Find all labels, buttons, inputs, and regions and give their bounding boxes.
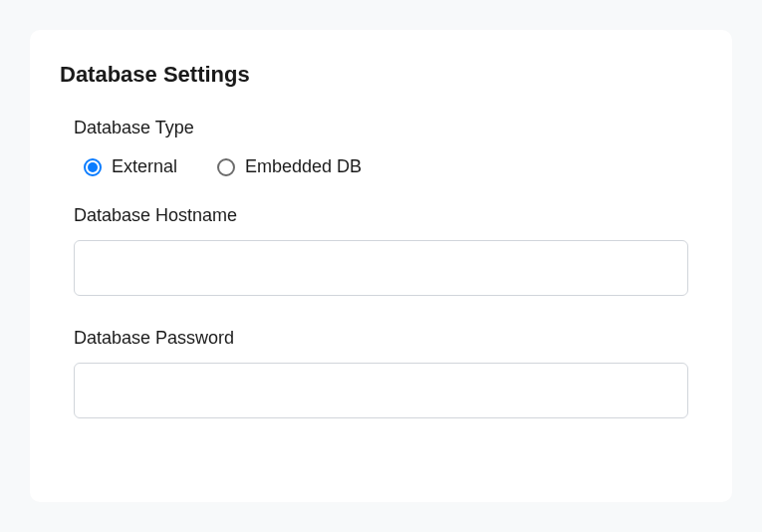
radio-icon xyxy=(84,158,102,176)
settings-card: Database Settings Database Type External… xyxy=(30,30,732,502)
radio-embedded[interactable]: Embedded DB xyxy=(217,156,362,177)
database-type-label: Database Type xyxy=(74,118,688,138)
radio-external[interactable]: External xyxy=(84,156,177,177)
radio-icon xyxy=(217,158,235,176)
database-type-radio-group: External Embedded DB xyxy=(74,156,688,177)
hostname-label: Database Hostname xyxy=(74,205,688,226)
hostname-field-group: Database Hostname xyxy=(74,205,688,324)
password-label: Database Password xyxy=(74,328,688,349)
password-input[interactable] xyxy=(74,363,688,418)
radio-external-label: External xyxy=(112,156,177,177)
radio-embedded-label: Embedded DB xyxy=(245,156,362,177)
radio-dot-icon xyxy=(88,162,98,172)
card-title: Database Settings xyxy=(60,62,708,88)
password-field-group: Database Password xyxy=(74,328,688,446)
hostname-input[interactable] xyxy=(74,240,688,296)
form-section: Database Type External Embedded DB Datab… xyxy=(54,118,708,446)
